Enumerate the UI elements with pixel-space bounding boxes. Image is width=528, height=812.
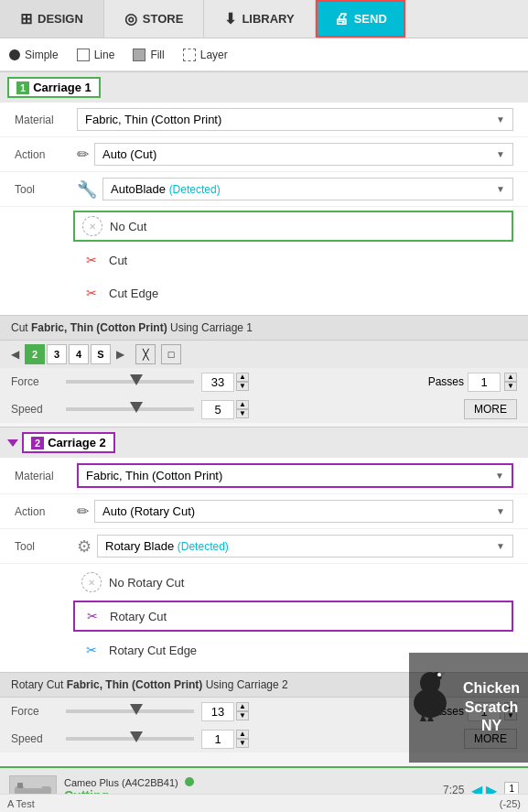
tab-4[interactable]: 4 [69, 344, 89, 364]
c2-speed-value[interactable]: 1 [201, 730, 234, 749]
tab-2[interactable]: 2 [25, 344, 45, 364]
watermark-chicken: Chicken [463, 679, 520, 698]
cut-icon: ✂ [81, 250, 102, 270]
c2-speed-up[interactable]: ▲ [236, 730, 249, 739]
tool-square[interactable]: □ [161, 344, 181, 364]
c2-speed-slider[interactable] [66, 737, 194, 741]
test-bar: A Test (-25) [0, 794, 528, 812]
passes-label: Passes [428, 375, 464, 388]
machine-name-row: Cameo Plus (A4C2BB41) [64, 777, 436, 788]
nav-design[interactable]: ⊞ DESIGN [0, 0, 104, 38]
tab-3[interactable]: 3 [47, 344, 67, 364]
no-cut-option[interactable]: ✕ No Cut [73, 211, 513, 242]
speed-thumb[interactable] [130, 402, 143, 413]
speed-value[interactable]: 5 [201, 400, 234, 419]
cut-edge-icon: ✂ [81, 283, 102, 303]
action-dropdown[interactable]: Auto (Cut) ▼ [94, 143, 513, 166]
watermark-text-block: Chicken Scratch NY [463, 679, 520, 736]
view-tabs: Simple Line Fill Layer [0, 38, 528, 71]
tab-s[interactable]: S [91, 344, 111, 364]
material-dropdown[interactable]: Fabric, Thin (Cotton Print) ▼ [77, 108, 513, 131]
material-label: Material [15, 114, 77, 126]
c2-action-label: Action [15, 505, 77, 518]
carriage1-material-row: Material Fabric, Thin (Cotton Print) ▼ [0, 103, 528, 137]
watermark-area: Chicken Scratch NY [409, 653, 528, 763]
tool-value: 🔧 AutoBlade (Detected) ▼ [77, 178, 513, 200]
carriage2-collapse-icon[interactable] [7, 439, 18, 447]
c2-action-dropdown[interactable]: Auto (Rotary Cut) ▼ [94, 500, 513, 523]
nav-library[interactable]: ⬇ LIBRARY [204, 0, 315, 38]
c2-material-text: Fabric, Thin (Cotton Print) [86, 469, 222, 482]
c2-force-down[interactable]: ▼ [236, 711, 249, 720]
tab-fill[interactable]: Fill [133, 49, 164, 61]
carriage1-speed-row: Speed 5 ▲ ▼ MORE [0, 395, 528, 423]
c2-force-input-group: 13 ▲ ▼ [201, 702, 249, 721]
c2-speed-label: Speed [11, 732, 59, 745]
carriage2-header: 2 Carriage 2 [0, 427, 528, 458]
cut-edge-label: Cut Edge [109, 287, 158, 300]
nav-library-label: LIBRARY [242, 12, 294, 26]
c2-tool-text: Rotary Blade [105, 539, 174, 553]
c2-tool-label: Tool [15, 540, 77, 553]
force-thumb[interactable] [130, 374, 143, 385]
material-text: Fabric, Thin (Cotton Print) [85, 113, 221, 126]
c2-speed-thumb[interactable] [130, 731, 143, 742]
tool-icons: ╳ □ [135, 344, 181, 364]
tool-text: AutoBlade [111, 182, 166, 196]
cut-option[interactable]: ✂ Cut [73, 245, 513, 275]
tab-layer[interactable]: Layer [183, 49, 228, 61]
carriage1-action-row: Action ✏ Auto (Cut) ▼ [0, 137, 528, 172]
force-down[interactable]: ▼ [236, 382, 249, 391]
force-up[interactable]: ▲ [236, 373, 249, 382]
tab-simple[interactable]: Simple [9, 49, 59, 61]
line-icon [77, 49, 90, 61]
more-button[interactable]: MORE [464, 399, 517, 419]
next-tab-arrow[interactable]: ▶ [113, 348, 128, 361]
c2-material-label: Material [15, 470, 77, 482]
tool-crosshair[interactable]: ╳ [135, 344, 156, 364]
machine-name-text: Cameo Plus (A4C2BB41) [64, 777, 178, 788]
carriage1-status-text: Cut Fabric, Thin (Cotton Print) Using Ca… [11, 321, 253, 334]
simple-radio[interactable] [9, 49, 20, 60]
passes-up[interactable]: ▲ [504, 373, 517, 382]
c2-material-value: Fabric, Thin (Cotton Print) ▼ [77, 463, 513, 488]
c2-force-up[interactable]: ▲ [236, 702, 249, 711]
speed-up[interactable]: ▲ [236, 400, 249, 409]
c2-force-thumb[interactable] [130, 704, 143, 715]
carriage1-cut-options: ✕ No Cut ✂ Cut ✂ Cut Edge [0, 207, 528, 315]
test-label: A Test [7, 798, 35, 809]
blade-icon: 🔧 [77, 179, 97, 200]
action-arrow: ▼ [496, 149, 505, 159]
c2-material-arrow: ▼ [495, 471, 504, 481]
carriage2-title: Carriage 2 [48, 436, 106, 449]
speed-down[interactable]: ▼ [236, 409, 249, 418]
prev-tab-arrow[interactable]: ◀ [7, 348, 23, 361]
carriage1-tool-row: Tool 🔧 AutoBlade (Detected) ▼ [0, 172, 528, 207]
c2-force-value[interactable]: 13 [201, 702, 234, 721]
top-nav: ⊞ DESIGN ◎ STORE ⬇ LIBRARY 🖨 SEND [0, 0, 528, 38]
cut-edge-option[interactable]: ✂ Cut Edge [73, 278, 513, 308]
tab-line[interactable]: Line [77, 49, 115, 61]
force-slider[interactable] [66, 380, 194, 384]
no-rotary-cut-option[interactable]: ✕ No Rotary Cut [73, 568, 513, 597]
carriage1-title: Carriage 1 [33, 81, 92, 94]
coords-display: (-25) [500, 798, 521, 809]
c2-material-dropdown[interactable]: Fabric, Thin (Cotton Print) ▼ [77, 463, 513, 488]
c2-speed-down[interactable]: ▼ [236, 739, 249, 748]
nav-send[interactable]: 🖨 SEND [316, 0, 405, 38]
passes-spin: ▲ ▼ [504, 373, 517, 391]
store-icon: ◎ [124, 10, 137, 27]
carriage1-num: 1 [16, 81, 29, 94]
c2-tool-dropdown[interactable]: Rotary Blade (Detected) ▼ [97, 535, 513, 558]
force-value[interactable]: 33 [201, 373, 234, 392]
rotary-cut-option[interactable]: ✂ Rotary Cut [73, 601, 513, 632]
connected-indicator [185, 777, 194, 786]
tool-dropdown[interactable]: AutoBlade (Detected) ▼ [102, 178, 513, 200]
nav-store[interactable]: ◎ STORE [104, 0, 205, 38]
speed-slider[interactable] [66, 407, 194, 411]
passes-value[interactable]: 1 [468, 373, 501, 392]
c2-force-slider[interactable] [66, 709, 194, 713]
passes-down[interactable]: ▼ [504, 382, 517, 391]
fill-icon [133, 49, 145, 61]
tool-arrow: ▼ [496, 184, 505, 194]
